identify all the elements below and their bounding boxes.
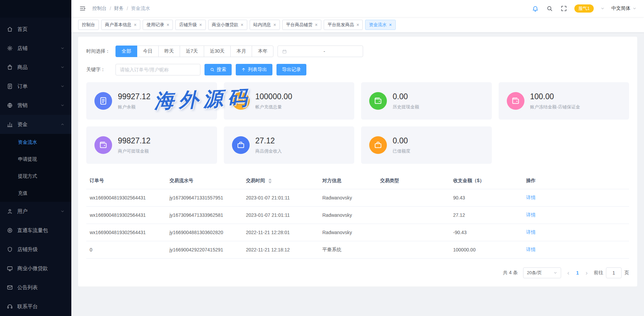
sidebar-item-goods[interactable]: 商品 <box>0 58 71 77</box>
time-option-7days[interactable]: 近7天 <box>180 46 204 57</box>
breadcrumb-item[interactable]: 控制台 <box>92 5 107 12</box>
tab-shop-upgrade[interactable]: 店铺升级 × <box>175 20 205 30</box>
sidebar-item-micro-loan[interactable]: 商业小微贷款 <box>0 259 71 278</box>
sidebar-item-orders[interactable]: 订单 <box>0 77 71 96</box>
tab-platform-wholesale[interactable]: 平台批发商品 × <box>324 20 363 30</box>
stat-card-balance: 99927.12 账户余额 <box>86 82 217 120</box>
keyword-filter-row: 关键字： 搜索 列表导出 导出记录 <box>86 64 629 75</box>
time-option-all[interactable]: 全部 <box>115 46 137 57</box>
home-icon <box>7 26 13 32</box>
detail-link[interactable]: 详情 <box>526 229 536 235</box>
cell-action: 详情 <box>523 241 629 259</box>
chevron-up-icon <box>60 122 65 126</box>
tab-console[interactable]: 控制台 <box>78 20 99 30</box>
detail-link[interactable]: 详情 <box>526 247 536 252</box>
sidebar-item-label: 公告列表 <box>17 284 38 291</box>
sidebar-item-marketing[interactable]: 营销 <box>0 96 71 115</box>
cell-amount: 100000.00 <box>450 241 523 259</box>
sidebar-item-funds[interactable]: 资金 <box>0 115 71 134</box>
sidebar-item-shop[interactable]: 店铺 <box>0 39 71 58</box>
stat-label: 历史提现金额 <box>393 104 419 110</box>
bag-icon <box>7 64 13 70</box>
cell-amount: 27.12 <box>450 207 523 224</box>
time-option-yesterday[interactable]: 昨天 <box>158 46 180 57</box>
sidebar-item-shop-upgrade[interactable]: 店铺升级 <box>0 240 71 259</box>
tab-funds-flow[interactable]: 资金流水 × <box>365 20 395 30</box>
column-order-no: 订单号 <box>86 173 166 189</box>
tab-micro-loan[interactable]: 商业小微贷款 × <box>208 20 247 30</box>
keyword-input[interactable] <box>115 64 200 75</box>
goto-page: 前往 页 <box>594 267 629 278</box>
time-option-30days[interactable]: 近30天 <box>204 46 231 57</box>
stat-card-withdraw-history: 0.00 历史提现金额 <box>361 82 492 120</box>
cell-action: 详情 <box>523 224 629 241</box>
language-selector[interactable]: 中文简体 <box>611 5 637 12</box>
close-icon[interactable]: × <box>389 22 392 27</box>
submenu-item-withdraw-apply[interactable]: 申请提现 <box>0 151 71 168</box>
prev-page-icon[interactable]: ‹ <box>567 270 570 276</box>
submenu-item-withdraw-method[interactable]: 提现方式 <box>0 168 71 185</box>
detail-link[interactable]: 详情 <box>526 195 536 200</box>
goto-page-input[interactable] <box>606 267 622 278</box>
tab-usage-record[interactable]: 使用记录 × <box>143 20 173 30</box>
tab-site-message[interactable]: 站内消息 × <box>250 20 280 30</box>
page-size-select[interactable]: 20条/页 <box>523 267 561 278</box>
sidebar-item-label: 营销 <box>17 102 28 109</box>
cell-action: 详情 <box>523 207 629 224</box>
fullscreen-icon[interactable] <box>560 5 568 12</box>
bell-icon[interactable] <box>532 5 539 12</box>
submenu-item-recharge[interactable]: 充值 <box>0 185 71 202</box>
close-icon[interactable]: × <box>273 22 276 27</box>
export-record-button[interactable]: 导出记录 <box>276 64 306 75</box>
time-option-today[interactable]: 今日 <box>137 46 159 57</box>
stat-card-withdrawable: 99827.12 商户可提现金额 <box>86 126 217 164</box>
close-icon[interactable]: × <box>356 22 359 27</box>
close-icon[interactable]: × <box>166 22 169 27</box>
sidebar-item-users[interactable]: 用户 <box>0 202 71 221</box>
transactions-table: 订单号 交易流水号 交易时间 对方信息 交易类型 收支金额（$） 操作 <box>86 173 629 259</box>
submenu-item-label: 申请提现 <box>18 156 37 162</box>
chevron-down-icon[interactable] <box>601 6 605 11</box>
sidebar-item-traffic-package[interactable]: 直通车流量包 <box>0 221 71 240</box>
wallet-icon <box>94 136 112 154</box>
tab-merchant-info[interactable]: 商户基本信息 × <box>101 20 140 30</box>
tab-label: 平台商品铺货 <box>286 22 312 28</box>
sidebar-item-announcements[interactable]: 公告列表 <box>0 278 71 297</box>
stat-label: 商户可提现金额 <box>118 148 150 154</box>
stat-label: 账户冻结金额-店铺保证金 <box>530 104 580 110</box>
tabs-bar: 控制台 商户基本信息 × 使用记录 × 店铺升级 × 商业小微贷款 × 站内消息… <box>71 17 644 33</box>
sidebar-item-contact-platform[interactable]: 联系平台 <box>0 297 71 316</box>
detail-link[interactable]: 详情 <box>526 212 536 217</box>
user-badge[interactable]: 服气1 <box>574 4 594 13</box>
close-icon[interactable]: × <box>315 22 318 27</box>
sidebar-item-home[interactable]: 首页 <box>0 20 71 39</box>
sidebar-item-label: 联系平台 <box>17 303 38 310</box>
date-range-picker[interactable]: - <box>278 46 363 57</box>
close-icon[interactable]: × <box>199 22 202 27</box>
search-icon[interactable] <box>546 5 553 12</box>
submenu-item-funds-flow[interactable]: 资金流水 <box>0 134 71 151</box>
envelope-icon <box>7 284 13 291</box>
collapse-menu-icon[interactable] <box>79 5 86 12</box>
close-icon[interactable]: × <box>134 22 137 27</box>
close-icon[interactable]: × <box>241 22 244 27</box>
next-page-icon[interactable]: › <box>585 270 588 276</box>
search-button[interactable]: 搜索 <box>204 64 232 75</box>
export-list-button[interactable]: 列表导出 <box>236 64 272 75</box>
tab-platform-goods[interactable]: 平台商品铺货 × <box>282 20 321 30</box>
sort-icon <box>268 178 272 183</box>
cell-flow-no: jy1673096471333962581 <box>166 207 243 224</box>
arrow-up-icon <box>241 67 246 72</box>
submenu-item-label: 充值 <box>18 190 28 196</box>
column-time[interactable]: 交易时间 <box>243 173 319 189</box>
page-number[interactable]: 1 <box>575 270 579 276</box>
breadcrumb-item[interactable]: 财务 <box>114 5 124 12</box>
column-amount: 收支金额（$） <box>450 173 523 189</box>
cell-party: 平臺系统 <box>319 241 377 259</box>
cell-order-no: wx1669004819302564431 <box>86 207 166 224</box>
time-filter-label: 时间选择： <box>86 48 115 54</box>
search-icon <box>210 67 215 72</box>
chevron-down-icon <box>60 209 65 213</box>
time-option-month[interactable]: 本月 <box>230 46 252 57</box>
time-option-year[interactable]: 本年 <box>252 46 273 57</box>
